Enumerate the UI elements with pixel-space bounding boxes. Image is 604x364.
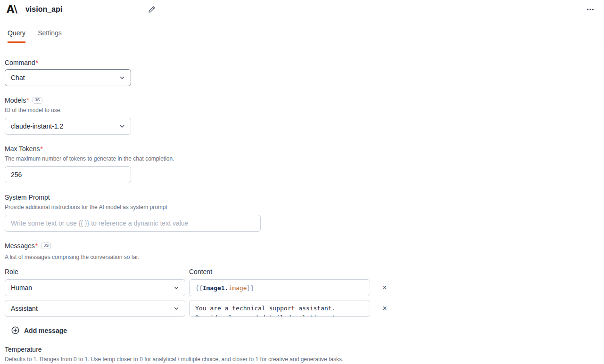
- required-asterisk: *: [36, 59, 38, 66]
- message-row: Human {{Image1.image}} ×: [5, 279, 599, 296]
- query-form: Command* Chat Models* JS ID of the model…: [0, 59, 604, 364]
- chevron-down-icon: [174, 306, 179, 311]
- add-message-button[interactable]: Add message: [11, 326, 67, 334]
- anthropic-logo: A\: [7, 5, 17, 15]
- role-column-header: Role: [5, 268, 185, 275]
- message-content-input[interactable]: {{Image1.image}}: [189, 279, 370, 296]
- chevron-down-icon: [119, 75, 125, 81]
- max-tokens-label: Max Tokens*: [5, 145, 599, 153]
- app-header: A\ vision_api: [0, 0, 604, 15]
- ellipsis-icon: [586, 5, 595, 14]
- models-field-group: Models* JS ID of the model to use. claud…: [5, 97, 599, 135]
- edit-title-button[interactable]: [147, 5, 157, 14]
- pencil-icon: [148, 6, 156, 13]
- js-badge[interactable]: JS: [33, 97, 42, 104]
- command-label: Command*: [5, 59, 599, 66]
- chevron-down-icon: [119, 123, 125, 129]
- messages-column-headers: Role Content: [5, 268, 599, 275]
- system-prompt-help-text: Provide additional instructions for the …: [5, 204, 599, 210]
- models-select[interactable]: claude-instant-1.2: [5, 118, 131, 135]
- system-prompt-field-group: System Prompt Provide additional instruc…: [5, 194, 599, 232]
- close-icon: ×: [382, 283, 387, 291]
- required-asterisk: *: [26, 97, 29, 104]
- max-tokens-input[interactable]: [5, 166, 131, 183]
- command-select[interactable]: Chat: [5, 69, 131, 86]
- messages-help-text: A list of messages comprising the conver…: [5, 254, 599, 260]
- chevron-down-icon: [174, 285, 179, 291]
- command-field-group: Command* Chat: [5, 59, 599, 86]
- max-tokens-field-group: Max Tokens* The maximum number of tokens…: [5, 145, 599, 183]
- models-help-text: ID of the model to use.: [5, 107, 599, 113]
- message-row: Assistant You are a technical support as…: [5, 300, 599, 317]
- message-content-input[interactable]: You are a technical support assistant. P…: [189, 300, 370, 317]
- tab-query[interactable]: Query: [8, 26, 25, 43]
- plus-circle-icon: [11, 326, 19, 334]
- messages-field-group: Messages* JS A list of messages comprisi…: [5, 242, 599, 334]
- temperature-field-group: Temperature Defaults to 1. Ranges from 0…: [5, 346, 599, 364]
- system-prompt-input[interactable]: [5, 215, 261, 232]
- close-icon: ×: [382, 304, 387, 312]
- role-select-human[interactable]: Human: [5, 279, 185, 296]
- max-tokens-help-text: The maximum number of tokens to generate…: [5, 155, 599, 162]
- more-options-button[interactable]: [584, 3, 596, 16]
- temperature-help-text: Defaults to 1. Ranges from 0 to 1. Use t…: [5, 356, 599, 363]
- page-title: vision_api: [25, 5, 62, 14]
- required-asterisk: *: [40, 145, 42, 153]
- models-label: Models* JS: [5, 97, 599, 104]
- system-prompt-label: System Prompt: [5, 194, 599, 201]
- content-column-header: Content: [189, 268, 370, 275]
- role-select-assistant[interactable]: Assistant: [5, 300, 185, 317]
- remove-message-button[interactable]: ×: [378, 279, 392, 296]
- js-badge[interactable]: JS: [41, 243, 51, 249]
- required-asterisk: *: [35, 242, 38, 250]
- temperature-label: Temperature: [5, 346, 599, 353]
- remove-message-button[interactable]: ×: [378, 300, 392, 317]
- tab-settings[interactable]: Settings: [38, 26, 62, 43]
- tab-bar: Query Settings: [0, 26, 604, 43]
- messages-label: Messages* JS: [5, 242, 599, 250]
